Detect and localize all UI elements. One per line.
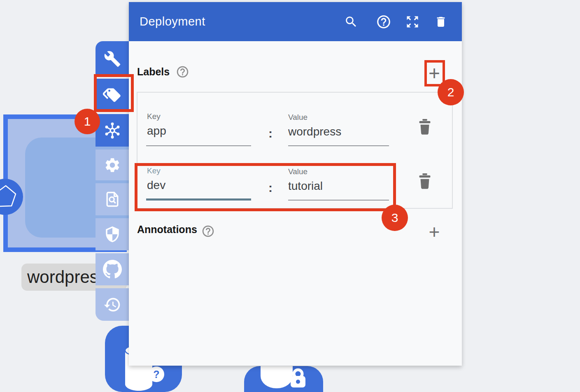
- delete-icon[interactable]: [434, 15, 447, 28]
- key-underline: [146, 145, 251, 146]
- app-root: wordpress ?: [0, 0, 580, 392]
- key-input[interactable]: [147, 124, 250, 138]
- panel-header: Deployment: [129, 2, 462, 41]
- toolbar-item-security[interactable]: [96, 218, 129, 250]
- step2-badge: 2: [438, 79, 464, 105]
- annotations-section-title: Annotations: [137, 224, 197, 236]
- history-icon: [103, 296, 121, 314]
- toolbar-item-github[interactable]: [96, 253, 129, 285]
- value-underline: [288, 145, 389, 146]
- question-badge-icon: ?: [149, 366, 164, 382]
- toolbar-item-settings[interactable]: [96, 149, 129, 180]
- gear-icon: [104, 156, 121, 174]
- shield-icon: [104, 226, 121, 243]
- colon-separator: :: [268, 126, 273, 140]
- database-cylinder-icon: [261, 366, 293, 388]
- github-icon: [103, 260, 122, 279]
- toolbar-item-document-search[interactable]: [96, 183, 129, 215]
- expand-icon[interactable]: [405, 14, 420, 29]
- annotations-help-icon[interactable]: [201, 224, 215, 238]
- panel-title: Deployment: [140, 15, 205, 28]
- labels-help-icon[interactable]: [176, 65, 189, 79]
- value-field-label: Value: [288, 113, 307, 122]
- step1-highlight-box: [94, 74, 134, 112]
- toolbar-item-hierarchy[interactable]: [96, 114, 129, 147]
- question-badge-text: ?: [153, 369, 159, 380]
- wrench-icon: [104, 50, 121, 68]
- toolbar-item-properties[interactable]: [96, 41, 129, 76]
- add-annotation-button[interactable]: +: [424, 219, 445, 244]
- node-label-text: wordpress: [27, 267, 107, 287]
- pentagon-outline-icon: [0, 179, 23, 215]
- delete-label-row-button[interactable]: [418, 173, 432, 189]
- search-icon[interactable]: [344, 15, 358, 29]
- lock-icon: [289, 368, 307, 388]
- toolbar-item-history[interactable]: [96, 288, 129, 321]
- labels-section-title: Labels: [137, 66, 170, 78]
- pentagon-icon[interactable]: [0, 179, 23, 215]
- database-node-locked[interactable]: [244, 366, 323, 392]
- help-icon[interactable]: [376, 14, 391, 30]
- delete-label-row-button[interactable]: [418, 119, 432, 135]
- step3-badge: 3: [382, 205, 408, 231]
- key-field-label: Key: [147, 112, 161, 121]
- step3-highlight-box: [135, 163, 396, 211]
- hub-icon: [102, 121, 122, 140]
- step1-badge: 1: [75, 109, 100, 134]
- document-search-icon: [103, 190, 121, 208]
- value-input[interactable]: [288, 125, 391, 138]
